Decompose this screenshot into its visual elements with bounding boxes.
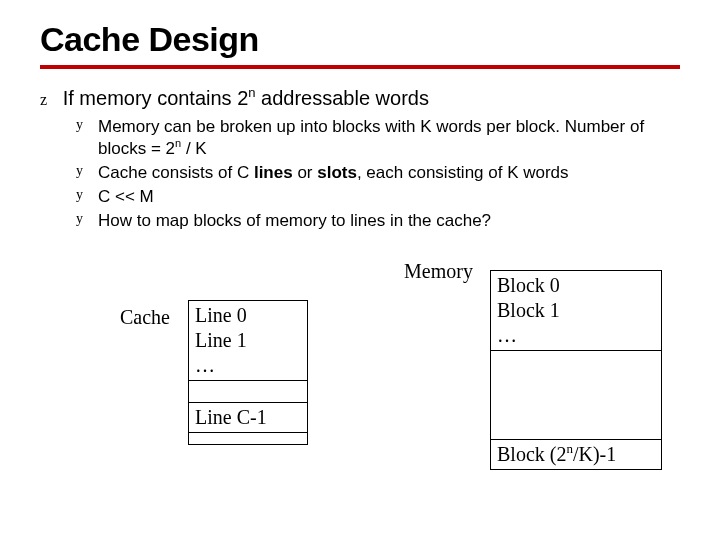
bullet-level2-group: y Memory can be broken up into blocks wi… (40, 116, 680, 232)
memory-block-ellipsis: … (497, 324, 517, 346)
cache-line-ellipsis: … (195, 354, 215, 376)
memory-block-1: Block 1 (497, 299, 560, 321)
bullet-text: Memory can be broken up into blocks with… (98, 116, 680, 160)
cache-row: Line 0 Line 1 … (189, 301, 307, 381)
bullet-sup: n (248, 85, 255, 100)
bullet-level2: y Memory can be broken up into blocks wi… (76, 116, 680, 160)
memory-row: Block 0 Block 1 … (491, 271, 661, 351)
bullet-text-b: addressable words (256, 87, 429, 109)
diagram: Memory Cache Line 0 Line 1 … Line C-1 Bl… (40, 260, 680, 480)
bullet-text: How to map blocks of memory to lines in … (98, 210, 491, 232)
cache-row: Line C-1 (189, 403, 307, 433)
cache-box: Line 0 Line 1 … Line C-1 (188, 300, 308, 445)
cache-line-0: Line 0 (195, 304, 247, 326)
memory-row: Block (2n/K)-1 (491, 440, 661, 469)
memory-label: Memory (404, 260, 473, 283)
bullet-marker-y: y (76, 210, 92, 228)
cache-row-gap (189, 381, 307, 403)
title-underline (40, 65, 680, 69)
bullet-marker-y: y (76, 162, 92, 180)
bullet-marker-y: y (76, 116, 92, 134)
slide-title: Cache Design (40, 20, 680, 59)
bullet-level1: z If memory contains 2n addressable word… (40, 87, 680, 110)
bullet-level2: y C << M (76, 186, 680, 208)
memory-block-last-b: /K)-1 (573, 443, 616, 465)
bullet-marker-z: z (40, 91, 47, 108)
cache-line-last: Line C-1 (195, 406, 267, 428)
cache-row-bottom (189, 433, 307, 445)
memory-block-0: Block 0 (497, 274, 560, 296)
cache-line-1: Line 1 (195, 329, 247, 351)
bullet-text: C << M (98, 186, 154, 208)
memory-block-last-a: Block (2 (497, 443, 566, 465)
bullet-level2: y How to map blocks of memory to lines i… (76, 210, 680, 232)
memory-box: Block 0 Block 1 … Block (2n/K)-1 (490, 270, 662, 470)
bullet-level2: y Cache consists of C lines or slots, ea… (76, 162, 680, 184)
memory-row-gap (491, 351, 661, 440)
bullet-text-a: If memory contains 2 (63, 87, 249, 109)
bullet-text: Cache consists of C lines or slots, each… (98, 162, 569, 184)
cache-label: Cache (120, 306, 170, 329)
bullet-marker-y: y (76, 186, 92, 204)
